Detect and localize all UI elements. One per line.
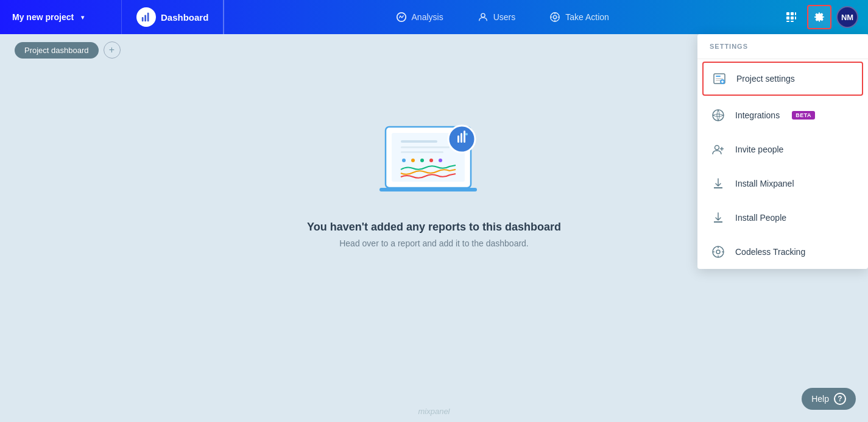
nav-item-take-action[interactable]: Take Action [547,7,612,27]
logo-icon [136,7,156,27]
chevron-down-icon: ▾ [81,14,84,21]
dropdown-item-invite-people[interactable]: Invite people [697,132,868,166]
svg-rect-23 [401,151,443,153]
svg-rect-22 [401,146,450,148]
svg-rect-18 [795,16,796,20]
mixpanel-watermark: mixpanel [418,407,450,416]
user-avatar[interactable]: NM [836,6,858,28]
invite-people-label: Invite people [735,145,783,154]
dropdown-item-install-people[interactable]: Install People [697,201,868,235]
help-question-icon: ? [834,393,846,405]
nav-item-analysis[interactable]: Analysis [393,7,446,27]
codeless-tracking-icon [710,243,727,260]
svg-rect-21 [401,140,437,143]
integrations-label: Integrations [735,110,780,120]
svg-point-24 [402,159,406,162]
project-selector[interactable]: My new project ▾ [0,0,122,34]
svg-rect-29 [379,188,477,191]
nav-center: Analysis Users Take Action [224,7,780,27]
svg-rect-31 [457,135,459,143]
empty-illustration [367,102,501,206]
svg-rect-36 [716,76,721,77]
dropdown-item-project-settings[interactable]: Project settings [702,62,863,96]
svg-rect-1 [144,15,146,21]
dashboard-label: Dashboard [161,12,208,23]
project-settings-label: Project settings [736,74,795,84]
svg-rect-17 [795,12,796,15]
dropdown-header: SETTINGS [697,34,868,59]
nav-analysis-label: Analysis [412,12,443,22]
svg-point-40 [713,110,724,121]
dropdown-item-install-mixpanel[interactable]: Install Mixpanel [697,166,868,201]
svg-rect-13 [786,16,789,20]
add-dashboard-button[interactable]: + [104,41,121,59]
nav-item-users[interactable]: Users [475,7,518,27]
settings-dropdown: SETTINGS Project settings Integrations B… [697,34,868,269]
svg-point-4 [481,13,485,17]
svg-point-43 [716,250,720,254]
svg-point-6 [554,15,557,18]
install-mixpanel-icon [710,175,727,192]
empty-state-title: You haven't added any reports to this da… [307,221,561,234]
svg-point-28 [439,159,442,162]
svg-rect-0 [142,17,144,21]
integrations-icon [710,107,727,124]
svg-rect-33 [464,131,465,143]
avatar-initials: NM [841,13,853,22]
svg-rect-14 [791,16,794,20]
svg-point-26 [420,159,424,162]
settings-gear-button[interactable] [807,5,831,29]
project-name: My new project [12,12,74,22]
nav-right: NM [780,5,868,29]
empty-state-subtitle: Head over to a report and add it to the … [339,238,529,248]
install-mixpanel-label: Install Mixpanel [735,179,794,188]
svg-rect-2 [147,13,149,21]
top-navigation: My new project ▾ Dashboard Analysis [0,0,868,34]
install-people-icon [710,209,727,226]
help-button[interactable]: Help ? [802,388,856,410]
nav-take-action-label: Take Action [565,12,609,22]
svg-point-25 [411,159,415,162]
beta-badge: BETA [792,111,815,120]
nav-users-label: Users [493,12,516,22]
svg-rect-16 [791,21,794,22]
help-label: Help [811,394,829,404]
tab-project-dashboard[interactable]: Project dashboard [15,42,99,59]
grid-icon-button[interactable] [780,6,802,28]
dropdown-item-codeless-tracking[interactable]: Codeless Tracking [697,235,868,269]
invite-people-icon [710,141,727,158]
project-settings-icon [711,70,728,87]
dashboard-nav-item[interactable]: Dashboard [122,0,224,34]
codeless-tracking-label: Codeless Tracking [735,247,805,257]
install-people-label: Install People [735,213,786,223]
svg-rect-11 [786,12,789,15]
svg-rect-37 [716,78,723,79]
svg-rect-12 [791,12,794,15]
dropdown-item-integrations[interactable]: Integrations BETA [697,98,868,132]
svg-point-27 [429,159,433,162]
svg-rect-15 [786,21,789,22]
svg-rect-32 [460,133,462,143]
svg-point-41 [715,146,719,150]
svg-point-34 [465,133,468,135]
